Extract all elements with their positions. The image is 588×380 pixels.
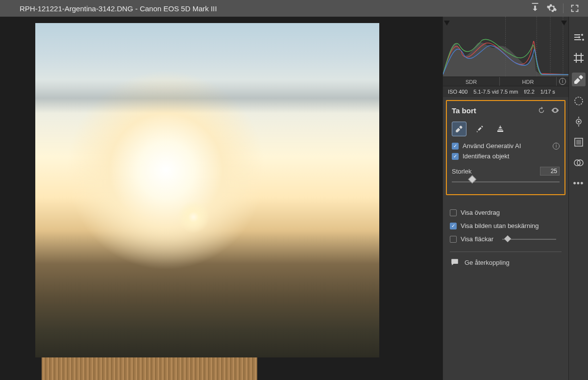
spots-row: Visa fläckar — [450, 235, 562, 243]
title-sep: - — [133, 4, 140, 13]
overlay-row: Visa överdrag — [450, 209, 562, 216]
exif-shutter: 1/17 s — [540, 89, 555, 95]
file-title: RPH-121221-Argentina-3142.DNG - Canon EO… — [20, 4, 217, 13]
detect-row: Identifiera objekt — [452, 152, 560, 160]
mask-icon[interactable] — [573, 95, 585, 107]
heal-nav-icon[interactable] — [572, 73, 586, 86]
exif-row: ISO 400 5.1-7.5 vid 7.5 mm f/2.2 1/17 s — [443, 86, 568, 97]
redeye-icon[interactable] — [573, 116, 585, 127]
presets-icon[interactable] — [573, 136, 585, 148]
overlap-icon[interactable] — [573, 157, 585, 169]
detect-label: Identifiera objekt — [463, 152, 509, 160]
gen-ai-row: Använd Generativ AI i — [452, 142, 560, 150]
reset-icon[interactable] — [537, 106, 546, 115]
export-icon[interactable] — [530, 3, 540, 14]
spots-checkbox[interactable] — [450, 236, 457, 243]
filename: RPH-121221-Argentina-3142.DNG — [20, 4, 133, 13]
clone-stamp-tool[interactable] — [493, 122, 508, 136]
panel-title: Ta bort — [452, 106, 476, 115]
image-canvas[interactable] — [0, 17, 442, 380]
overlay-checkbox[interactable] — [450, 209, 457, 216]
hdr-tab[interactable]: HDR — [500, 77, 557, 86]
size-slider[interactable] — [452, 178, 560, 185]
crop-icon[interactable] — [573, 52, 585, 64]
fullscreen-icon[interactable] — [569, 3, 580, 14]
right-panel: SDR HDR i ISO 400 5.1-7.5 vid 7.5 mm f/2… — [442, 17, 568, 380]
uncropped-label: Visa bilden utan beskärning — [461, 222, 539, 229]
svg-point-3 — [578, 121, 580, 123]
eraser-tool[interactable] — [452, 122, 466, 136]
feedback-label: Ge återkoppling — [465, 259, 510, 266]
gen-ai-label: Använd Generativ AI — [463, 142, 521, 150]
histogram-mode-row: SDR HDR i — [443, 76, 568, 86]
overlay-label: Visa överdrag — [461, 209, 500, 216]
more-icon[interactable]: ••• — [573, 177, 585, 189]
sdr-tab[interactable]: SDR — [443, 77, 500, 86]
secondary-preview — [42, 357, 257, 380]
gen-ai-info-icon[interactable]: i — [553, 143, 560, 150]
feedback-button[interactable]: Ge återkoppling — [450, 258, 562, 267]
eye-icon[interactable] — [551, 106, 560, 115]
uncropped-checkbox[interactable] — [450, 223, 457, 229]
exif-focal: 5.1-7.5 vid 7.5 mm — [473, 89, 518, 95]
tool-rail: ••• — [568, 17, 588, 380]
size-label: Storlek — [452, 168, 471, 175]
uncropped-row: Visa bilden utan beskärning — [450, 222, 562, 229]
title-bar: RPH-121221-Argentina-3142.DNG - Canon EO… — [0, 0, 588, 17]
heal-tool[interactable] — [472, 122, 487, 136]
svg-rect-5 — [576, 140, 581, 145]
view-options: Visa överdrag Visa bilden utan beskärnin… — [443, 196, 568, 267]
speech-bubble-icon — [450, 258, 460, 267]
toolbar-divider — [563, 3, 564, 13]
sliders-icon[interactable] — [573, 31, 585, 43]
exif-aperture: f/2.2 — [524, 89, 534, 95]
divider — [450, 252, 562, 252]
photo-preview — [35, 23, 379, 357]
size-input[interactable] — [540, 167, 560, 176]
exif-iso: ISO 400 — [448, 89, 467, 95]
tool-row — [452, 122, 560, 136]
size-row: Storlek — [452, 167, 560, 185]
gear-icon[interactable] — [546, 3, 557, 14]
histogram[interactable] — [443, 17, 568, 76]
detect-checkbox[interactable] — [452, 153, 459, 160]
remove-panel: Ta bort Använd Generativ AI — [446, 100, 565, 195]
camera-model: Canon EOS 5D Mark III — [140, 4, 217, 13]
gen-ai-checkbox[interactable] — [452, 143, 459, 150]
histogram-info[interactable]: i — [557, 77, 568, 86]
spots-slider[interactable] — [502, 236, 556, 243]
spots-label: Visa fläckar — [461, 235, 493, 243]
svg-point-1 — [575, 97, 583, 105]
